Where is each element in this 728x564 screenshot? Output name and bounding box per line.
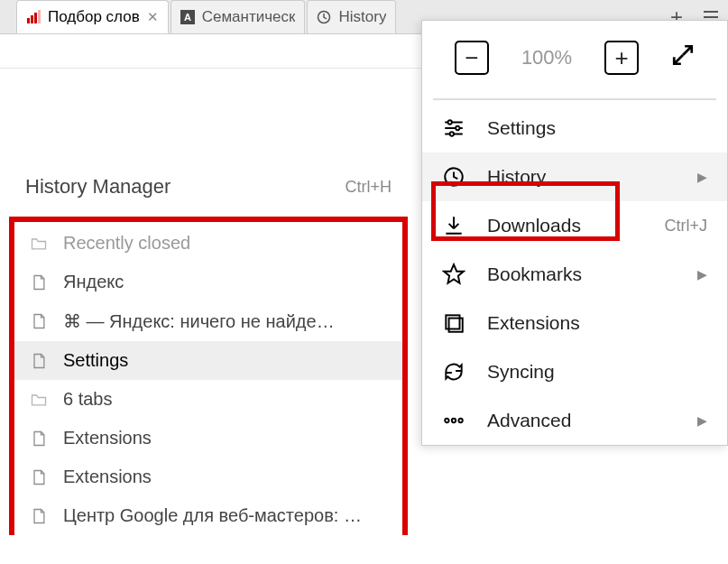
- sliders-icon: [442, 116, 465, 140]
- history-item-recently-closed[interactable]: Recently closed: [14, 224, 402, 263]
- folder-icon: [29, 234, 49, 254]
- chevron-right-icon: ▶: [697, 267, 707, 282]
- fullscreen-icon[interactable]: [671, 43, 695, 72]
- history-item[interactable]: Extensions: [14, 458, 402, 496]
- menu-item-label: Advanced: [487, 410, 571, 431]
- letter-a-icon: A: [180, 10, 195, 24]
- menu-item-label: History: [487, 166, 546, 188]
- sync-icon: [442, 360, 465, 384]
- dots-icon: [442, 409, 465, 432]
- svg-rect-3: [38, 10, 41, 23]
- svg-point-9: [450, 132, 454, 135]
- zoom-out-button[interactable]: −: [455, 41, 489, 75]
- close-icon[interactable]: ✕: [147, 9, 159, 25]
- menu-history[interactable]: History ▶: [422, 153, 727, 201]
- bars-icon: [26, 10, 41, 24]
- history-item-label: Центр Google для веб-мастеров: …: [63, 505, 362, 526]
- svg-point-13: [445, 419, 448, 422]
- menu-item-label: Downloads: [487, 215, 581, 236]
- svg-rect-1: [31, 15, 33, 23]
- history-manager-title: History Manager: [25, 175, 170, 199]
- history-item-label: Recently closed: [63, 233, 190, 254]
- zoom-in-button[interactable]: +: [604, 41, 639, 75]
- svg-rect-0: [27, 18, 30, 23]
- menu-downloads[interactable]: Downloads Ctrl+J: [422, 201, 727, 250]
- history-item-label: Settings: [63, 350, 128, 371]
- page-icon: [29, 351, 49, 371]
- menu-item-label: Extensions: [487, 312, 580, 334]
- svg-point-7: [448, 120, 452, 124]
- page-icon: [29, 467, 49, 487]
- clock-icon: [317, 10, 331, 24]
- menu-extensions[interactable]: Extensions: [422, 299, 727, 347]
- menu-item-label: Settings: [487, 117, 556, 139]
- svg-point-8: [456, 126, 459, 130]
- extensions-icon: [442, 311, 465, 335]
- tab-history[interactable]: History: [307, 0, 396, 33]
- history-item[interactable]: Яндекс: [14, 263, 402, 301]
- tab-label: Подбор слов: [48, 8, 140, 26]
- page-icon: [29, 429, 49, 448]
- page-icon: [29, 311, 49, 331]
- history-item-label: ⌘ — Яндекс: ничего не найде…: [63, 310, 335, 332]
- history-item-label: Яндекс: [63, 272, 124, 292]
- tab-label: History: [338, 8, 386, 26]
- history-manager-header[interactable]: History Manager Ctrl+H: [9, 161, 408, 217]
- menu-advanced[interactable]: Advanced ▶: [422, 396, 727, 445]
- menu-item-label: Bookmarks: [487, 264, 582, 285]
- history-manager-shortcut: Ctrl+H: [345, 178, 392, 197]
- menu-separator: [433, 98, 716, 100]
- history-item[interactable]: ⌘ — Яндекс: ничего не найде…: [14, 301, 402, 341]
- history-item[interactable]: Extensions: [14, 419, 402, 458]
- svg-rect-2: [34, 13, 37, 23]
- clock-icon: [442, 165, 465, 189]
- red-highlight-list: Recently closed Яндекс ⌘ — Яндекс: ничег…: [9, 217, 408, 535]
- history-item-label: Extensions: [63, 428, 152, 448]
- menu-item-label: Syncing: [487, 361, 555, 383]
- tab-semanticheskoe[interactable]: A Семантическ: [170, 0, 306, 33]
- history-item-label: 6 tabs: [63, 389, 112, 410]
- svg-rect-12: [449, 319, 463, 332]
- history-submenu: History Manager Ctrl+H Recently closed Я…: [9, 161, 408, 535]
- svg-point-15: [458, 419, 462, 422]
- history-item[interactable]: Центр Google для веб-мастеров: …: [14, 496, 402, 535]
- menu-settings[interactable]: Settings: [422, 104, 727, 153]
- history-item-label: Extensions: [63, 467, 152, 487]
- menu-bookmarks[interactable]: Bookmarks ▶: [422, 250, 727, 299]
- download-icon: [442, 214, 465, 237]
- chevron-right-icon: ▶: [697, 170, 707, 184]
- history-item-6tabs[interactable]: 6 tabs: [14, 380, 402, 419]
- tab-podbor-slov[interactable]: Подбор слов ✕: [16, 0, 169, 33]
- chevron-right-icon: ▶: [697, 413, 707, 428]
- svg-point-14: [452, 419, 456, 422]
- zoom-value: 100%: [521, 46, 572, 69]
- main-menu-panel: − 100% + Settings History ▶ Downloads Ct…: [421, 20, 728, 446]
- page-icon: [29, 506, 49, 526]
- menu-syncing[interactable]: Syncing: [422, 347, 727, 396]
- star-icon: [442, 263, 465, 286]
- history-item-settings-hover[interactable]: Settings: [14, 341, 402, 380]
- tab-label: Семантическ: [202, 8, 296, 26]
- menu-shortcut: Ctrl+J: [664, 217, 707, 236]
- page-icon: [29, 273, 49, 292]
- zoom-controls: − 100% +: [422, 21, 727, 95]
- folder-icon: [29, 390, 49, 410]
- svg-text:A: A: [184, 12, 191, 23]
